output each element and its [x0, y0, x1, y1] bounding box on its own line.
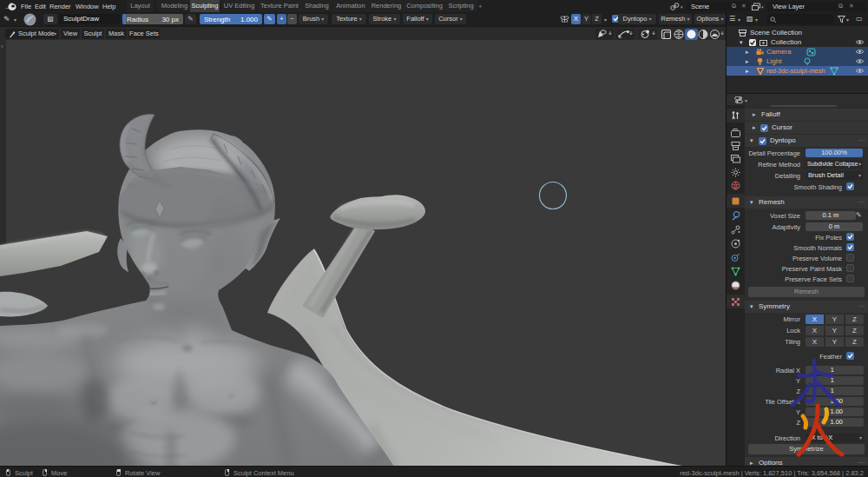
svg-text:‹: ‹	[1, 43, 3, 50]
